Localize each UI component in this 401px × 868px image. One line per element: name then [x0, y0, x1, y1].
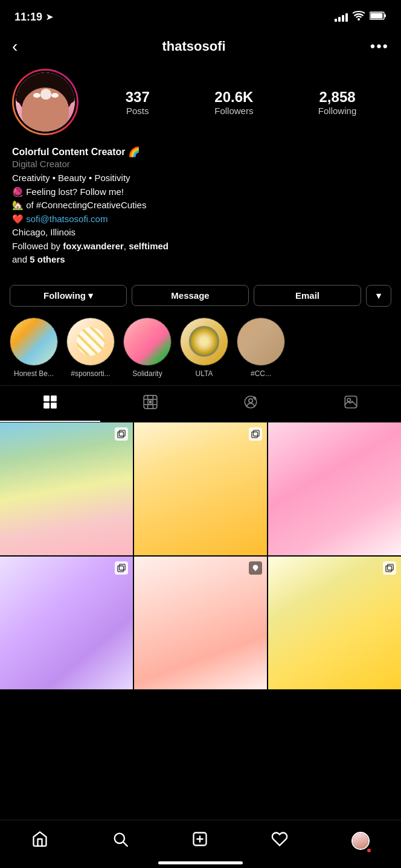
multi-photo-icon-1 [115, 427, 128, 441]
bio-followed-others: and 5 others [12, 254, 65, 264]
location-icon: ➤ [46, 12, 53, 22]
highlight-label-1: Honest Be... [14, 369, 54, 378]
svg-rect-21 [120, 430, 126, 436]
wifi-icon [353, 11, 365, 23]
photo-cell-3[interactable] [268, 423, 401, 555]
bottom-nav-profile[interactable] [351, 832, 370, 850]
posts-label: Posts [126, 106, 150, 116]
highlight-item-1[interactable]: Honest Be... [10, 318, 58, 378]
dropdown-chevron: ▾ [376, 290, 381, 301]
status-bar: 11:19 ➤ [0, 0, 401, 30]
content-tabs [0, 385, 401, 423]
account-category: Digital Creator [12, 159, 389, 169]
profile-header: 337 Posts 20.6K Followers 2,858 Followin… [12, 69, 389, 135]
bio-line3: 🏡 of #ConnectingCreativeCuties [12, 200, 146, 210]
highlight-label-5: #CC... [251, 369, 271, 378]
svg-point-17 [249, 398, 253, 403]
svg-rect-27 [388, 564, 394, 570]
email-button[interactable]: Email [254, 285, 361, 306]
followed-user1[interactable]: foxy.wanderer [63, 241, 124, 251]
profile-avatar-icon [351, 832, 370, 850]
tab-grid[interactable] [0, 386, 100, 422]
notification-dot [367, 849, 371, 852]
tagged-icon [343, 394, 359, 413]
react-icon-5 [249, 561, 262, 575]
highlight-item-3[interactable]: Solidarity [123, 318, 172, 378]
following-label: Following [43, 290, 86, 301]
posts-stat[interactable]: 337 Posts [126, 89, 150, 116]
followers-stat[interactable]: 20.6K Followers [214, 89, 253, 116]
tab-tagged[interactable] [301, 386, 401, 422]
top-nav: ‹ thatsosofi ••• [0, 30, 401, 63]
svg-rect-26 [386, 566, 392, 572]
more-options-button[interactable]: ••• [370, 38, 389, 55]
svg-point-9 [149, 401, 151, 403]
bio-line2: 🧶 Feeling lost? Follow me! [12, 187, 124, 197]
svg-rect-24 [118, 566, 124, 572]
tab-collab[interactable] [200, 386, 301, 422]
photo-cell-4[interactable] [0, 557, 133, 689]
email-label: Email [295, 290, 319, 301]
bottom-nav-home[interactable] [31, 831, 48, 850]
svg-rect-3 [43, 395, 50, 401]
bio-email[interactable]: sofi@thatsosofi.com [26, 214, 107, 224]
bio-text: Creativity • Beauty • Positivity 🧶 Feeli… [12, 171, 389, 267]
home-icon [31, 831, 48, 850]
bottom-nav [0, 820, 401, 868]
tab-reels[interactable] [100, 386, 200, 422]
following-button[interactable]: Following ▾ [10, 285, 127, 307]
bottom-nav-add[interactable] [191, 831, 208, 850]
message-button[interactable]: Message [132, 285, 249, 306]
status-icons [335, 11, 387, 23]
multi-photo-icon-2 [249, 427, 262, 441]
followed-user2[interactable]: selftimed [129, 241, 168, 251]
followers-label: Followers [214, 106, 253, 116]
svg-rect-5 [43, 403, 50, 409]
highlight-circle-1 [10, 318, 58, 366]
svg-rect-4 [51, 395, 57, 401]
avatar[interactable] [12, 69, 79, 135]
multi-photo-icon-6 [383, 561, 396, 575]
following-count: 2,858 [318, 89, 356, 106]
svg-rect-22 [252, 432, 258, 438]
bio-location: Chicago, Illinois [12, 227, 75, 237]
svg-line-29 [123, 842, 127, 846]
photo-cell-6[interactable] [268, 557, 401, 689]
bottom-nav-search[interactable] [112, 831, 129, 850]
following-label: Following [318, 106, 356, 116]
followers-count: 20.6K [214, 89, 253, 106]
followed-others-count[interactable]: 5 others [30, 254, 65, 264]
bio-followed-by: Followed by foxy.wanderer, selftimed [12, 241, 168, 251]
following-stat[interactable]: 2,858 Following [318, 89, 356, 116]
highlight-item-2[interactable]: #sponsorti... [66, 318, 115, 378]
dropdown-button[interactable]: ▾ [366, 285, 391, 307]
profile-username: thatsosofi [162, 39, 225, 54]
svg-rect-20 [118, 432, 124, 438]
status-time: 11:19 ➤ [14, 11, 53, 24]
highlight-circle-5 [237, 318, 285, 366]
svg-rect-1 [371, 13, 383, 19]
photo-grid [0, 423, 401, 738]
following-chevron: ▾ [88, 290, 93, 301]
search-icon [112, 831, 129, 850]
highlight-item-5[interactable]: #CC... [237, 318, 285, 378]
highlight-circle-4 [180, 318, 228, 366]
highlight-circle-3 [123, 318, 172, 366]
avatar-image [14, 71, 77, 133]
photo-cell-1[interactable] [0, 423, 133, 555]
display-name: Colorful Content Creator 🌈 [12, 146, 389, 158]
signal-icon [335, 12, 348, 22]
svg-rect-6 [51, 403, 57, 409]
highlight-label-2: #sponsorti... [71, 369, 110, 378]
photo-cell-2[interactable] [134, 423, 267, 555]
back-button[interactable]: ‹ [12, 37, 18, 56]
bottom-nav-likes[interactable] [271, 831, 288, 850]
posts-count: 337 [126, 89, 150, 106]
highlight-item-4[interactable]: ULTA [180, 318, 228, 378]
time-display: 11:19 [14, 11, 42, 24]
bio-line4: ❤️ sofi@thatsosofi.com [12, 214, 107, 224]
avatar-placeholder [16, 72, 75, 132]
home-bar [158, 861, 243, 864]
photo-cell-5[interactable] [134, 557, 267, 689]
bio-section: Colorful Content Creator 🌈 Digital Creat… [12, 146, 389, 267]
